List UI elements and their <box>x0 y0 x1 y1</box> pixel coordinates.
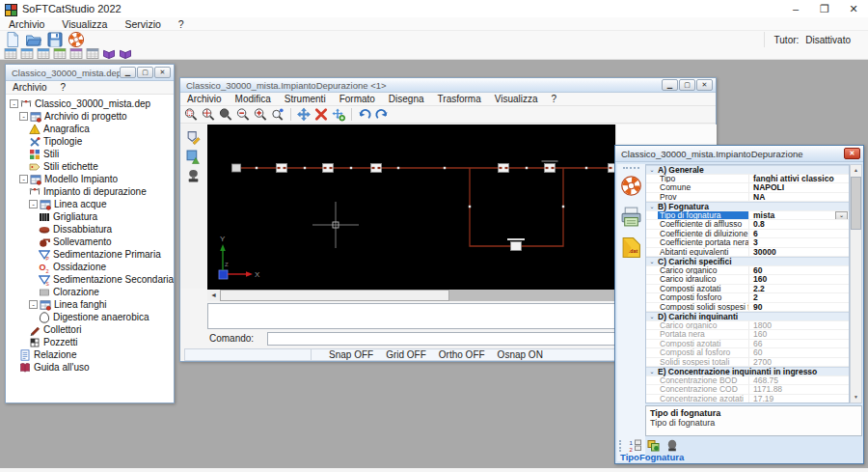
status-snap-off[interactable]: Snap OFF <box>329 349 373 360</box>
table-purple-icon[interactable] <box>69 48 83 59</box>
hscroll-thumb[interactable] <box>220 290 449 301</box>
collapse-chevron-icon[interactable]: ⌄ <box>646 257 658 265</box>
drawing-window-titlebar[interactable]: Classico_30000_mista.ImpiantoDepurazione… <box>180 78 716 93</box>
dat-tag-icon[interactable]: .dat <box>620 236 642 259</box>
move-add-icon[interactable] <box>331 107 346 122</box>
property-value[interactable]: 3 <box>748 238 849 247</box>
menu-archivio[interactable]: Archivio <box>6 82 54 93</box>
vscroll-thumb[interactable] <box>851 177 861 230</box>
property-row-carico-idraulico[interactable]: Carico idraulico160 <box>646 275 849 285</box>
property-value[interactable]: 160 <box>748 330 849 339</box>
scroll-down-icon[interactable]: ▼ <box>851 392 861 403</box>
properties-titlebar[interactable]: Classico_30000_mista.ImpiantoDepurazione… <box>615 146 863 162</box>
table-green-icon[interactable] <box>53 48 67 59</box>
property-row-coefficiente-di-diluizione[interactable]: Coefficiente di diluizione6 <box>646 230 849 239</box>
close-icon[interactable]: ✕ <box>847 3 860 15</box>
tree-item-dissabbiatura[interactable]: Dissabbiatura <box>6 223 174 236</box>
property-row-coefficiente-di-afflusso[interactable]: Coefficiente di afflusso0.8 <box>646 220 849 230</box>
property-value[interactable]: 17.19 <box>748 395 849 403</box>
book-purple-icon[interactable] <box>102 48 116 59</box>
property-value[interactable]: 30000 <box>748 248 849 257</box>
tree-maximize-icon[interactable]: ▢ <box>137 67 153 78</box>
undo-icon[interactable] <box>357 107 372 122</box>
property-row-coefficiente-portata-nera[interactable]: Coefficiente portata nera3 <box>646 238 849 248</box>
property-row-composti-solidi-sospesi-totali[interactable]: Composti solidi sospesi totali90 <box>646 303 849 313</box>
tree-item-modello-impianto[interactable]: -Modello Impianto <box>6 173 174 185</box>
sort-az-icon[interactable]: 12 <box>629 439 642 452</box>
tree-expander-icon[interactable]: - <box>19 112 28 121</box>
tree-item-clorazione[interactable]: Clorazione <box>6 286 174 298</box>
scroll-left-icon[interactable]: ◄ <box>207 290 220 301</box>
property-value[interactable]: 1800 <box>748 321 849 330</box>
property-section-d[interactable]: ⌄D) Carichi inquinanti <box>646 312 849 321</box>
move-icon[interactable] <box>296 107 312 122</box>
collapse-chevron-icon[interactable]: ⌄ <box>646 202 658 210</box>
menu-visualizza[interactable]: Visualizza <box>488 94 545 104</box>
menu-visualizza[interactable]: Visualizza <box>53 18 116 30</box>
property-row-carico-organico[interactable]: Carico organico60 <box>646 266 849 276</box>
property-value[interactable]: NAPOLI <box>748 183 849 192</box>
collapse-chevron-icon[interactable]: ⌄ <box>646 165 658 174</box>
property-value[interactable]: 90 <box>748 303 849 312</box>
table-gray-icon[interactable] <box>86 48 99 59</box>
tree-item-stili[interactable]: Stili <box>6 148 174 160</box>
property-row-tipo[interactable]: Tipofanghi attivi classico <box>646 175 849 184</box>
property-value[interactable]: 66 <box>748 340 849 348</box>
categorized-icon[interactable] <box>647 439 661 452</box>
status-ortho-off[interactable]: Ortho OFF <box>439 349 485 360</box>
menu-archivio[interactable]: Archivio <box>0 18 53 30</box>
tree-expander-icon[interactable]: - <box>19 175 28 183</box>
tree-item-ossidazione[interactable]: O2Ossidazione <box>6 261 174 273</box>
properties-close-icon[interactable]: ✕ <box>844 148 860 159</box>
minimize-icon[interactable]: – <box>789 3 802 14</box>
collapse-chevron-icon[interactable]: ⌄ <box>646 367 658 375</box>
tree-item-linea-fanghi[interactable]: -Linea fanghi <box>6 298 174 311</box>
redo-icon[interactable] <box>374 107 390 122</box>
tree-item-digestione-anaerobica[interactable]: Digestione anaerobica <box>6 311 174 323</box>
property-row-carico-organico[interactable]: Carico organico1800 <box>646 321 849 331</box>
status-osnap-on[interactable]: Osnap ON <box>498 349 543 360</box>
menu-modifica[interactable]: Modifica <box>229 94 278 104</box>
menu-strumenti[interactable]: Strumenti <box>278 94 333 104</box>
tree-item-anagrafica[interactable]: Anagrafica <box>6 123 174 135</box>
property-row-composti-al-fosforo[interactable]: Composti al fosforo60 <box>646 348 849 358</box>
new-document-icon[interactable] <box>4 31 21 48</box>
tree-item-impianto-di-depurazione[interactable]: Impianto di depurazione <box>6 185 174 198</box>
zoom-previous-icon[interactable] <box>270 107 285 122</box>
zoom-window-icon[interactable] <box>183 107 199 122</box>
property-row-concentrazione-cod[interactable]: Concentrazione COD1171.88 <box>646 385 849 395</box>
table-blue-icon[interactable] <box>20 48 34 59</box>
property-value[interactable]: 60 <box>748 266 849 275</box>
property-value[interactable]: 60 <box>748 348 849 357</box>
tree-item-tipologie[interactable]: Tipologie <box>6 135 174 148</box>
property-value[interactable]: 0.8 <box>748 220 849 229</box>
tree-minimize-icon[interactable]: ▁ <box>120 67 136 78</box>
zoom-dynamic-icon[interactable] <box>218 107 233 122</box>
property-row-concentrazione-bod[interactable]: Concentrazione BOD468.75 <box>646 376 849 386</box>
open-folder-icon[interactable] <box>25 31 42 48</box>
scroll-up-icon[interactable]: ▲ <box>851 165 861 176</box>
property-value[interactable]: fanghi attivi classico <box>748 175 849 183</box>
book-purple-icon[interactable] <box>119 48 132 59</box>
hand-icon[interactable] <box>665 439 679 452</box>
tree-expander-icon[interactable]: - <box>10 99 18 108</box>
tree-item-guida-all-uso[interactable]: Guida all'uso <box>6 361 174 374</box>
drawing-canvas[interactable]: YXZ <box>207 125 615 290</box>
property-row-solidi-sospesi-totali[interactable]: Solidi sospesi totali2700 <box>646 358 849 368</box>
property-row-composti-azotati[interactable]: Composti azotati2.2 <box>646 285 849 294</box>
property-value[interactable]: 1171.88 <box>748 385 849 394</box>
drawing-minimize-icon[interactable]: ▁ <box>662 79 678 91</box>
property-row-comune[interactable]: ComuneNAPOLI <box>646 183 849 193</box>
tree-expander-icon[interactable]: - <box>29 300 38 309</box>
property-section-a[interactable]: ⌄A) Generale <box>646 165 849 175</box>
tree-close-icon[interactable]: ✕ <box>154 67 171 78</box>
table-blue-icon[interactable] <box>37 48 50 59</box>
tree-item-linea-acque[interactable]: -Linea acque <box>6 198 174 210</box>
tree-item-classico-30000-mista-dep[interactable]: -Classico_30000_mista.dep <box>6 97 174 110</box>
property-section-e[interactable]: ⌄E) Concentrazione inquinanti in ingress… <box>646 367 849 376</box>
menu-disegna[interactable]: Disegna <box>382 94 431 104</box>
export-blue-icon[interactable] <box>186 150 201 164</box>
tree-item-collettori[interactable]: Collettori <box>6 323 174 336</box>
help-lifering-icon[interactable] <box>68 31 85 48</box>
menu--[interactable]: ? <box>545 94 564 104</box>
